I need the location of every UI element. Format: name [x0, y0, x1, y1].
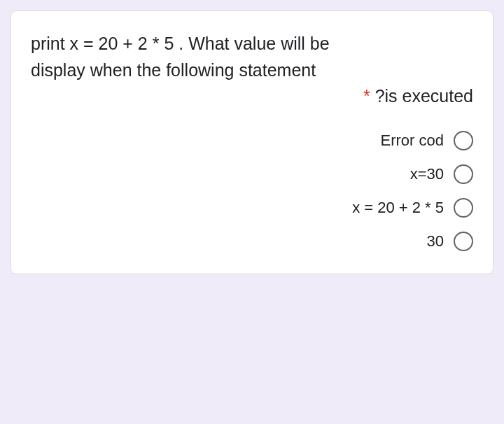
question-line-3: * ?is executed — [31, 83, 473, 110]
option-label: x=30 — [410, 165, 444, 183]
required-asterisk: * — [363, 86, 370, 106]
radio-icon — [454, 198, 473, 218]
option-4[interactable]: 30 — [31, 232, 473, 251]
radio-icon — [454, 131, 473, 150]
radio-icon — [454, 232, 473, 251]
options-group: Error cod x=30 x = 20 + 2 * 5 30 — [31, 131, 473, 251]
option-2[interactable]: x=30 — [31, 164, 473, 184]
question-line-3-text: ?is executed — [375, 86, 473, 106]
option-1[interactable]: Error cod — [31, 131, 473, 150]
question-text: print x = 20 + 2 * 5 . What value will b… — [31, 31, 473, 110]
question-line-2: display when the following statement — [31, 57, 473, 84]
option-3[interactable]: x = 20 + 2 * 5 — [31, 198, 473, 218]
question-card: print x = 20 + 2 * 5 . What value will b… — [10, 10, 493, 274]
option-label: 30 — [427, 232, 444, 250]
option-label: Error cod — [381, 132, 444, 150]
question-line-1: print x = 20 + 2 * 5 . What value will b… — [31, 31, 473, 57]
radio-icon — [454, 164, 473, 184]
option-label: x = 20 + 2 * 5 — [352, 199, 444, 217]
